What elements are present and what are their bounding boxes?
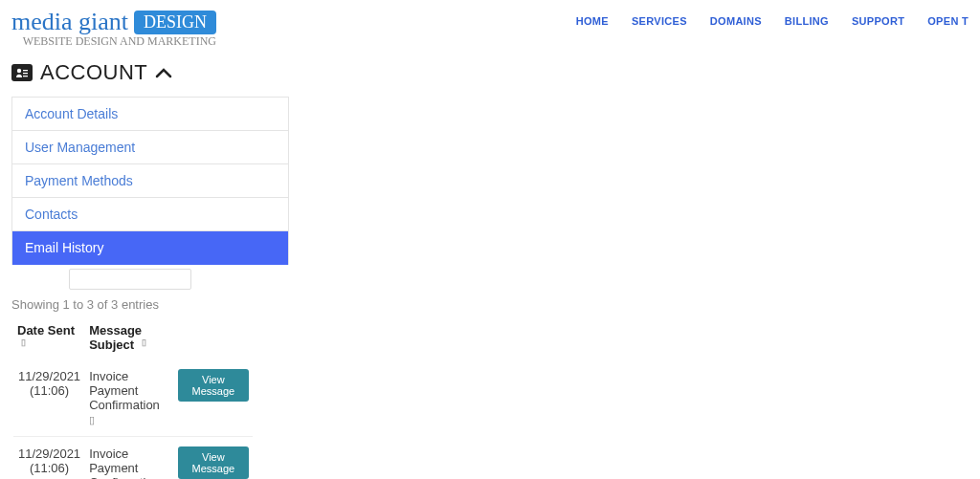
col-message-subject[interactable]: Message Subject <box>89 323 142 352</box>
nav-support[interactable]: SUPPORT <box>852 15 904 27</box>
svg-point-0 <box>17 69 21 73</box>
header-bar: media giant DESIGN WEBSITE DESIGN AND MA… <box>0 0 980 53</box>
entries-info: Showing 1 to 3 of 3 entries <box>0 290 980 314</box>
cell-date: 11/29/2021 (11:06) <box>13 437 85 480</box>
cell-date: 11/29/2021 (11:06) <box>13 359 85 437</box>
nav-home[interactable]: HOME <box>576 15 609 27</box>
tab-payment-methods[interactable]: Payment Methods <box>12 164 288 198</box>
svg-rect-2 <box>23 73 28 74</box>
table-row: 11/29/2021 (11:06) Invoice Payment Confi… <box>13 437 253 480</box>
email-history-table: Date Sent ▯ Message Subject ▯ 11/29/2021… <box>13 319 253 479</box>
tab-user-management[interactable]: User Management <box>12 131 288 164</box>
nav-open-ticket[interactable]: OPEN T <box>927 15 969 27</box>
cell-subject: Invoice Payment Confirmation <box>85 437 174 480</box>
nav-domains[interactable]: DOMAINS <box>710 15 762 27</box>
brand-name: media giant <box>11 8 128 36</box>
search-input[interactable] <box>69 269 191 290</box>
chevron-up-icon[interactable] <box>155 63 172 83</box>
view-message-button[interactable]: View Message <box>178 369 249 402</box>
view-message-button[interactable]: View Message <box>178 446 249 479</box>
col-date-sent[interactable]: Date Sent <box>17 323 75 337</box>
svg-rect-1 <box>23 70 28 71</box>
sort-icon[interactable]: ▯ <box>21 337 26 347</box>
tab-account-details[interactable]: Account Details <box>12 98 288 131</box>
svg-rect-3 <box>23 76 28 76</box>
account-tabs: Account Details User Management Payment … <box>11 97 289 265</box>
nav-services[interactable]: SERVICES <box>632 15 687 27</box>
cell-subject: Invoice Payment Confirmation <box>89 369 160 412</box>
brand-tagline: WEBSITE DESIGN AND MARKETING <box>23 34 216 49</box>
tab-contacts[interactable]: Contacts <box>12 198 288 231</box>
top-nav: HOME SERVICES DOMAINS BILLING SUPPORT OP… <box>576 8 969 27</box>
nav-billing[interactable]: BILLING <box>785 15 829 27</box>
account-card-icon <box>11 64 33 81</box>
page-title-row: ACCOUNT <box>0 53 980 97</box>
page-title: ACCOUNT <box>40 60 147 85</box>
sort-icon[interactable]: ▯ <box>142 337 146 347</box>
brand-logo[interactable]: media giant DESIGN WEBSITE DESIGN AND MA… <box>11 8 216 49</box>
brand-badge: DESIGN <box>134 11 216 34</box>
tab-email-history[interactable]: Email History <box>12 231 288 265</box>
attachment-icon: ▯ <box>89 414 95 425</box>
table-row: 11/29/2021 (11:06) Invoice Payment Confi… <box>13 359 253 437</box>
